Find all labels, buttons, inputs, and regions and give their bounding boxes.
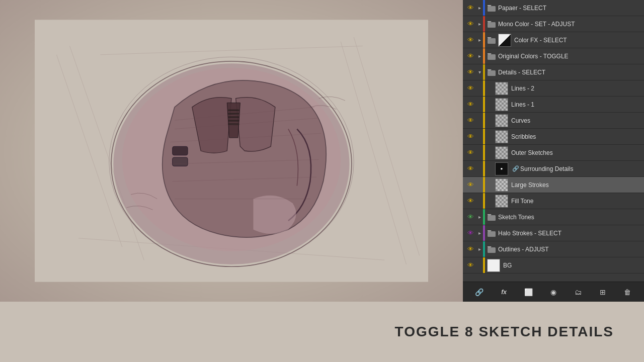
- folder-icon-original-colors: [487, 52, 496, 61]
- expand-arrow-outlines[interactable]: ▸: [476, 244, 483, 255]
- thumbnail-outer-sketches: [495, 146, 508, 159]
- svg-rect-31: [488, 247, 496, 253]
- expand-arrow-scribbles[interactable]: [476, 131, 483, 142]
- layer-item-lines-1[interactable]: 👁Lines - 1: [463, 97, 644, 113]
- color-bar-original-colors: [483, 48, 485, 64]
- layer-name-halo-strokes: Halo Strokes - SELECT: [498, 230, 642, 237]
- thumbnail-fill-tone: [495, 195, 508, 208]
- layer-item-sketch-tones[interactable]: 👁▸Sketch Tones: [463, 209, 644, 225]
- color-bar-sketch-tones: [483, 209, 485, 225]
- expand-arrow-large-strokes[interactable]: [476, 179, 483, 191]
- eye-icon-fill-tone[interactable]: 👁: [465, 196, 476, 207]
- eye-icon-bg[interactable]: 👁: [465, 260, 476, 271]
- eye-icon-original-colors[interactable]: 👁: [465, 51, 476, 62]
- eye-icon-lines-2[interactable]: 👁: [465, 83, 476, 94]
- layers-list[interactable]: 👁▸Papaer - SELECT👁▸Mono Color - SET - AD…: [463, 0, 644, 282]
- layer-item-outer-sketches[interactable]: 👁Outer Sketches: [463, 145, 644, 161]
- expand-arrow-original-colors[interactable]: ▸: [476, 51, 483, 62]
- eye-icon-color-fx[interactable]: 👁: [465, 35, 476, 46]
- expand-arrow-sketch-tones[interactable]: ▸: [476, 212, 483, 223]
- color-bar-large-strokes: [483, 177, 485, 193]
- color-bar-lines-2: [483, 80, 485, 96]
- color-bar-bg: [483, 257, 485, 273]
- layer-name-original-colors: Original Colors - TOGGLE: [498, 53, 642, 60]
- svg-rect-25: [488, 22, 496, 28]
- expand-arrow-surrounding-details[interactable]: [476, 163, 483, 174]
- layer-item-lines-2[interactable]: 👁Lines - 2: [463, 80, 644, 97]
- folder-icon-outlines: [487, 245, 496, 254]
- color-bar-color-fx: [483, 32, 485, 48]
- eye-icon-outer-sketches[interactable]: 👁: [465, 147, 476, 158]
- thumbnail-color-fx: [498, 34, 511, 47]
- layer-item-halo-strokes[interactable]: 👁▸Halo Strokes - SELECT: [463, 225, 644, 241]
- expand-arrow-details[interactable]: ▾: [476, 67, 483, 78]
- copy-button[interactable]: ⊞: [596, 285, 610, 299]
- eye-icon-large-strokes[interactable]: 👁: [465, 179, 476, 191]
- expand-arrow-mono-color[interactable]: ▸: [476, 19, 483, 30]
- layer-item-fill-tone[interactable]: 👁Fill Tone: [463, 193, 644, 209]
- layer-item-details[interactable]: 👁▾Details - SELECT: [463, 64, 644, 80]
- layer-item-original-colors[interactable]: 👁▸Original Colors - TOGGLE: [463, 48, 644, 64]
- color-bar-halo-strokes: [483, 225, 485, 241]
- expand-arrow-lines-2[interactable]: [476, 83, 483, 94]
- thumbnail-curves: [495, 114, 508, 127]
- thumbnail-lines-2: [495, 82, 508, 95]
- link-button[interactable]: 🔗: [472, 285, 487, 299]
- layer-name-lines-1: Lines - 1: [511, 101, 642, 108]
- color-bar-lines-1: [483, 97, 485, 112]
- folder-button[interactable]: 🗂: [571, 285, 585, 299]
- svg-rect-29: [488, 215, 496, 221]
- layer-item-mono-color[interactable]: 👁▸Mono Color - SET - ADJUST: [463, 16, 644, 32]
- expand-arrow-fill-tone[interactable]: [476, 196, 483, 207]
- eye-icon-halo-strokes[interactable]: 👁: [465, 228, 476, 239]
- svg-rect-9: [228, 109, 239, 111]
- layer-item-surrounding-details[interactable]: 👁●🔗Surrounding Details: [463, 161, 644, 177]
- expand-arrow-color-fx[interactable]: ▸: [476, 35, 483, 46]
- delete-button[interactable]: 🗑: [620, 285, 634, 299]
- svg-rect-11: [228, 116, 239, 118]
- layer-item-large-strokes[interactable]: 👁Large Strokes: [463, 177, 644, 193]
- thumbnail-large-strokes: [495, 178, 508, 192]
- layer-name-color-fx: Color FX - SELECT: [514, 37, 642, 44]
- eye-icon-details[interactable]: 👁: [465, 67, 476, 78]
- bottom-bar: TOGGLE 8 SKETCH DETAILS: [0, 302, 644, 362]
- eye-icon-outlines[interactable]: 👁: [465, 244, 476, 255]
- layer-name-outlines: Outlines - ADJUST: [498, 246, 642, 253]
- layer-name-mono-color: Mono Color - SET - ADJUST: [498, 21, 642, 28]
- expand-arrow-halo-strokes[interactable]: ▸: [476, 228, 483, 239]
- layer-item-scribbles[interactable]: 👁Scribbles: [463, 129, 644, 145]
- eye-icon-lines-1[interactable]: 👁: [465, 99, 476, 110]
- eye-icon-curves[interactable]: 👁: [465, 115, 476, 126]
- svg-rect-14: [173, 146, 188, 155]
- svg-rect-15: [173, 157, 188, 166]
- eye-icon-mono-color[interactable]: 👁: [465, 19, 476, 30]
- folder-icon-details: [487, 68, 496, 77]
- eye-icon-papaer[interactable]: 👁: [465, 3, 476, 14]
- expand-arrow-curves[interactable]: [476, 115, 483, 126]
- eye-icon-scribbles[interactable]: 👁: [465, 131, 476, 142]
- canvas-area: [0, 0, 463, 302]
- layer-name-scribbles: Scribbles: [511, 133, 642, 140]
- layer-name-surrounding-details: Surrounding Details: [520, 165, 642, 172]
- eye-icon-sketch-tones[interactable]: 👁: [465, 212, 476, 223]
- expand-arrow-lines-1[interactable]: [476, 99, 483, 110]
- thumbnail-surrounding-details: ●: [495, 162, 508, 175]
- svg-rect-24: [488, 6, 496, 12]
- layer-name-fill-tone: Fill Tone: [511, 198, 642, 205]
- layer-item-papaer[interactable]: 👁▸Papaer - SELECT: [463, 0, 644, 16]
- eye-icon-surrounding-details[interactable]: 👁: [465, 163, 476, 174]
- circle-button[interactable]: ◉: [546, 285, 560, 299]
- mask-button[interactable]: ⬜: [522, 285, 536, 299]
- expand-arrow-bg[interactable]: [476, 260, 483, 271]
- layer-item-outlines[interactable]: 👁▸Outlines - ADJUST: [463, 241, 644, 257]
- color-bar-outer-sketches: [483, 145, 485, 160]
- fx-button[interactable]: fx: [497, 285, 511, 299]
- layer-item-color-fx[interactable]: 👁▸Color FX - SELECT: [463, 32, 644, 48]
- color-bar-details: [483, 64, 485, 80]
- layer-item-bg[interactable]: 👁BG: [463, 257, 644, 274]
- color-bar-fill-tone: [483, 193, 485, 209]
- expand-arrow-outer-sketches[interactable]: [476, 147, 483, 158]
- expand-arrow-papaer[interactable]: ▸: [476, 3, 483, 14]
- layer-item-curves[interactable]: 👁Curves: [463, 113, 644, 129]
- layer-name-curves: Curves: [511, 117, 642, 124]
